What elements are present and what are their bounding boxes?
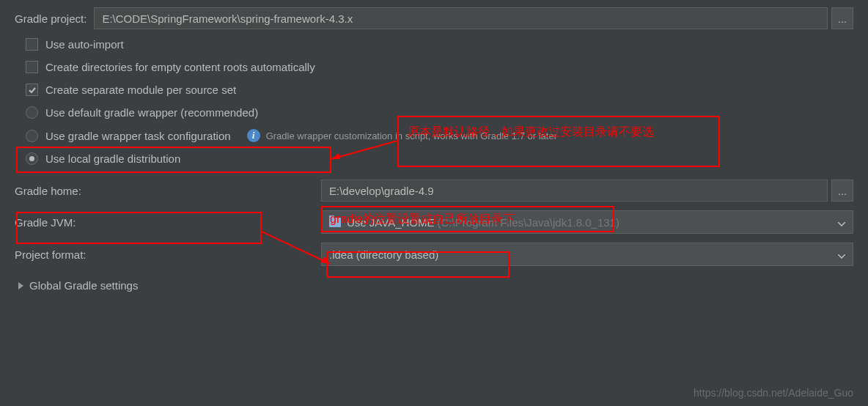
- folder-icon: [329, 218, 341, 227]
- gradle-home-row: Gradle home: ...: [15, 180, 853, 202]
- project-format-dropdown[interactable]: .idea (directory based): [321, 243, 853, 266]
- create-dirs-label: Create directories for empty content roo…: [45, 61, 315, 73]
- separate-module-checkbox[interactable]: [26, 84, 38, 96]
- project-format-label: Project format:: [15, 248, 321, 261]
- default-wrapper-label: Use default gradle wrapper (recommended): [45, 106, 258, 119]
- gradle-home-input[interactable]: [321, 180, 828, 202]
- create-dirs-checkbox[interactable]: [26, 61, 38, 73]
- auto-import-checkbox[interactable]: [26, 38, 38, 51]
- gradle-jvm-hint: (C:\Program Files\Java\jdk1.8.0_131): [437, 216, 619, 229]
- expand-triangle-icon: [18, 282, 23, 289]
- separate-module-row[interactable]: Create separate module per source set: [26, 84, 853, 96]
- gradle-jvm-label: Gradle JVM:: [15, 216, 321, 229]
- info-icon: i: [247, 129, 260, 142]
- browse-project-button[interactable]: ...: [831, 7, 853, 29]
- gradle-project-row: Gradle project: ...: [15, 7, 853, 29]
- default-wrapper-radio[interactable]: [26, 106, 38, 119]
- chevron-down-icon: [838, 248, 845, 261]
- local-dist-label: Use local gradle distribution: [45, 152, 180, 165]
- browse-gradle-home-button[interactable]: ...: [831, 180, 853, 202]
- local-dist-row[interactable]: Use local gradle distribution: [26, 152, 853, 165]
- gradle-jvm-value: Use JAVA_HOME: [347, 216, 434, 229]
- gradle-jvm-dropdown[interactable]: Use JAVA_HOME (C:\Program Files\Java\jdk…: [321, 210, 853, 234]
- gradle-project-label: Gradle project:: [15, 12, 87, 25]
- default-wrapper-row[interactable]: Use default gradle wrapper (recommended): [26, 106, 853, 119]
- gradle-jvm-row: Gradle JVM: Use JAVA_HOME (C:\Program Fi…: [15, 210, 853, 234]
- wrapper-task-label: Use gradle wrapper task configuration: [45, 130, 231, 142]
- wrapper-task-radio[interactable]: [26, 130, 38, 142]
- watermark: https://blog.csdn.net/Adelaide_Guo: [694, 387, 853, 399]
- gradle-project-input[interactable]: [94, 7, 828, 29]
- chevron-down-icon: [838, 216, 845, 229]
- project-format-value: .idea (directory based): [329, 248, 438, 261]
- info-text: Gradle wrapper customization in script, …: [266, 130, 557, 141]
- gradle-home-label: Gradle home:: [15, 185, 321, 197]
- wrapper-task-row[interactable]: Use gradle wrapper task configuration i …: [26, 129, 853, 142]
- global-gradle-settings-label: Global Gradle settings: [29, 279, 138, 292]
- auto-import-row[interactable]: Use auto-import: [26, 38, 853, 51]
- auto-import-label: Use auto-import: [45, 38, 124, 51]
- create-dirs-row[interactable]: Create directories for empty content roo…: [26, 61, 853, 73]
- project-format-row: Project format: .idea (directory based): [15, 243, 853, 266]
- local-dist-radio[interactable]: [26, 152, 38, 165]
- global-gradle-settings[interactable]: Global Gradle settings: [18, 279, 853, 292]
- separate-module-label: Create separate module per source set: [45, 84, 236, 96]
